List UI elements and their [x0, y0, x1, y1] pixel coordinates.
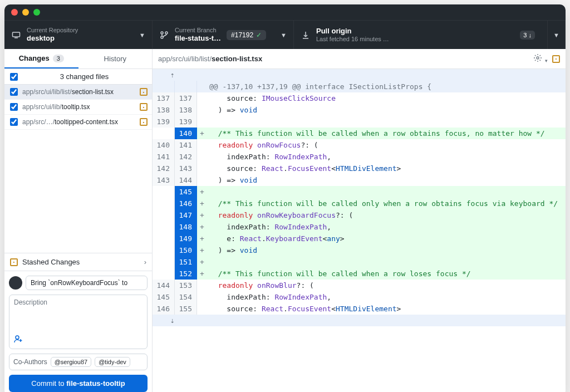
diff-line[interactable]: 148+ indexPath: RowIndexPath,: [153, 221, 566, 233]
diff-line[interactable]: 146155 source: React.FocusEvent<HTMLDivE…: [153, 303, 566, 315]
file-checkbox[interactable]: [10, 88, 18, 96]
diff-body[interactable]: ⇡ @@ -137,10 +137,19 @@ interface ISecti…: [153, 69, 566, 392]
pull-label-bot: Last fetched 16 minutes …: [316, 36, 389, 43]
diff-line[interactable]: 152+ /** This function will be called wh…: [153, 268, 566, 280]
svg-point-4: [16, 336, 19, 339]
diff-line[interactable]: 140141 readonly onRowFocus?: (: [153, 139, 566, 151]
diff-line[interactable]: 139139: [153, 116, 566, 128]
toolbar: Current Repository desktop ▼ Current Bra…: [4, 20, 566, 49]
desc-placeholder: Description: [14, 298, 142, 335]
diff-line[interactable]: 146+ /** This function will be called on…: [153, 198, 566, 209]
diff-line[interactable]: 147+ readonly onRowKeyboardFocus?: (: [153, 209, 566, 221]
file-row[interactable]: app/src/ui/lib/list/section-list.tsx •: [4, 85, 152, 100]
commit-description-input[interactable]: Description: [9, 295, 148, 349]
pr-number: #17192: [231, 31, 253, 39]
check-icon: ✓: [256, 31, 262, 39]
svg-point-1: [161, 32, 163, 34]
select-all-checkbox[interactable]: [10, 73, 18, 81]
maximize-icon[interactable]: [33, 9, 40, 16]
tabs: Changes 3 History: [4, 49, 152, 69]
branch-icon: [159, 31, 169, 40]
diff-file-path: app/src/ui/lib/list/section-list.tsx: [158, 55, 529, 63]
add-coauthor-icon[interactable]: [14, 335, 23, 345]
file-path: app/src/…/tooltipped-content.tsx: [22, 118, 135, 126]
diff-line[interactable]: 143144 ) => void: [153, 174, 566, 186]
pull-split-button[interactable]: ▼: [547, 21, 565, 49]
repo-selector[interactable]: Current Repository desktop ▼: [4, 21, 153, 49]
tab-history[interactable]: History: [78, 49, 153, 68]
diff-line[interactable]: 137137 source: IMouseClickSource: [153, 92, 566, 104]
commit-button[interactable]: Commit to file-status-tooltip: [9, 375, 148, 392]
coauthor-chip[interactable]: @tidy-dev: [95, 357, 130, 367]
file-list-header: 3 changed files: [4, 69, 152, 85]
minimize-icon[interactable]: [22, 9, 29, 16]
diff-line[interactable]: 145154 indexPath: RowIndexPath,: [153, 291, 566, 303]
diff-pane: app/src/ui/lib/list/section-list.tsx ▾ •…: [153, 49, 566, 392]
modified-icon: •: [140, 103, 148, 111]
tab-changes[interactable]: Changes 3: [4, 49, 78, 68]
sidebar: Changes 3 History 3 changed files app/sr…: [4, 49, 153, 392]
diff-line[interactable]: 138138 ) => void: [153, 104, 566, 116]
modified-icon: •: [140, 118, 148, 126]
avatar: [9, 276, 22, 290]
modified-icon: •: [140, 88, 148, 96]
diff-line[interactable]: 149+ e: React.KeyboardEvent<any>: [153, 233, 566, 244]
repo-label-top: Current Repository: [27, 27, 78, 35]
commit-form: Description Co-Authors @sergiou87 @tidy-…: [4, 271, 152, 392]
changes-count: 3: [53, 55, 64, 62]
stash-icon: •: [10, 258, 18, 266]
pr-badge[interactable]: #17192 ✓: [227, 30, 266, 40]
diff-line[interactable]: 150+ ) => void: [153, 244, 566, 256]
main: Changes 3 History 3 changed files app/sr…: [4, 49, 566, 392]
diff-line[interactable]: 140+ /** This function will be called wh…: [153, 128, 566, 139]
pull-count-badge: 3 ↓: [520, 31, 535, 40]
download-icon: [301, 31, 311, 40]
tab-changes-label: Changes: [19, 54, 50, 62]
coauthor-chip[interactable]: @sergiou87: [51, 357, 91, 367]
tab-history-label: History: [104, 55, 126, 63]
gear-icon[interactable]: ▾: [533, 53, 548, 64]
file-count-label: 3 changed files: [22, 72, 146, 81]
file-list: app/src/ui/lib/list/section-list.tsx • a…: [4, 85, 152, 130]
branch-label-top: Current Branch: [175, 27, 221, 35]
commit-summary-input[interactable]: [26, 276, 148, 290]
file-row[interactable]: app/src/ui/lib/tooltip.tsx •: [4, 100, 152, 115]
diff-line[interactable]: 145+: [153, 186, 566, 198]
app-window: Current Repository desktop ▼ Current Bra…: [4, 4, 566, 392]
stashed-changes[interactable]: • Stashed Changes ›: [4, 253, 152, 271]
chevron-down-icon: ▼: [139, 32, 145, 38]
svg-rect-0: [13, 32, 20, 37]
diff-line[interactable]: 142143 source: React.FocusEvent<HTMLDivE…: [153, 163, 566, 174]
stashed-label: Stashed Changes: [22, 258, 80, 266]
expand-down-row[interactable]: ⇣: [153, 315, 566, 326]
branch-selector[interactable]: Current Branch file-status-t… #17192 ✓ ▼: [153, 21, 294, 49]
file-row[interactable]: app/src/…/tooltipped-content.tsx •: [4, 115, 152, 130]
computer-icon: [11, 31, 21, 40]
coauthors-row[interactable]: Co-Authors @sergiou87 @tidy-dev: [9, 354, 148, 370]
close-icon[interactable]: [11, 9, 18, 16]
pull-label-top: Pull origin: [316, 27, 389, 36]
diff-header: app/src/ui/lib/list/section-list.tsx ▾ •: [153, 49, 566, 69]
titlebar: [4, 4, 566, 20]
coauthors-label: Co-Authors: [13, 358, 47, 366]
diff-line[interactable]: 144153 readonly onRowBlur?: (: [153, 280, 566, 291]
file-path: app/src/ui/lib/tooltip.tsx: [22, 103, 135, 111]
modified-icon: •: [552, 55, 560, 63]
branch-label-bot: file-status-t…: [175, 34, 221, 43]
file-checkbox[interactable]: [10, 118, 18, 126]
diff-line[interactable]: 141142 indexPath: RowIndexPath,: [153, 151, 566, 163]
hunk-header: @@ -137,10 +137,19 @@ interface ISection…: [153, 81, 566, 92]
diff-line[interactable]: 151+: [153, 256, 566, 268]
pull-origin[interactable]: Pull origin Last fetched 16 minutes … 3 …: [294, 21, 566, 49]
repo-label-bot: desktop: [27, 34, 78, 43]
file-path: app/src/ui/lib/list/section-list.tsx: [22, 88, 135, 96]
svg-point-3: [165, 32, 168, 34]
chevron-right-icon: ›: [144, 258, 146, 266]
chevron-down-icon: ▼: [281, 32, 287, 38]
svg-point-5: [537, 57, 539, 59]
expand-up-row[interactable]: ⇡: [153, 69, 566, 81]
file-checkbox[interactable]: [10, 103, 18, 111]
